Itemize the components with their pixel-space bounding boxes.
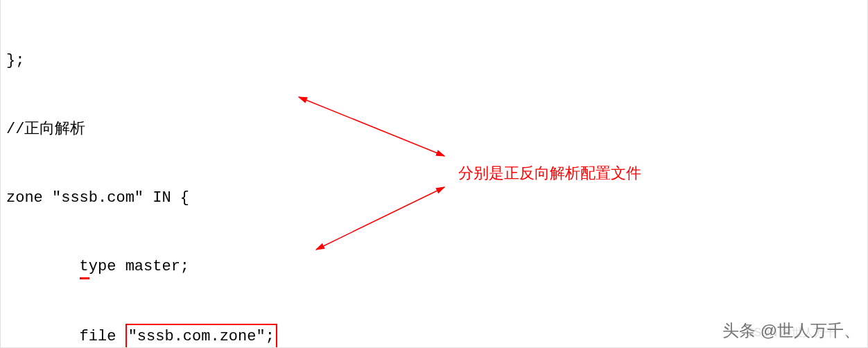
code-line: zone "sssb.com" IN { — [6, 186, 862, 209]
zone-forward: zone "sssb.com" IN { — [6, 189, 189, 207]
code-line: //正向解析 — [6, 118, 862, 141]
annotation-text: 分别是正反向解析配置文件 — [458, 163, 641, 184]
forward-zone-file-box: "sssb.com.zone"; — [125, 324, 277, 348]
type-master: type master; — [6, 258, 189, 275]
file-prefix: file — [6, 328, 125, 345]
watermark-toutiao: 头条 @世人万千、 — [722, 320, 860, 342]
config-code-block: }; //正向解析 zone "sssb.com" IN { type mast… — [6, 3, 862, 348]
code-line: type master; — [6, 255, 862, 278]
comment-forward: //正向解析 — [6, 121, 85, 138]
forward-zone-file: "sssb.com.zone"; — [128, 328, 275, 345]
code-line: }; — [6, 49, 862, 72]
red-underline-mark — [80, 277, 89, 279]
code-text: }; — [6, 52, 24, 69]
